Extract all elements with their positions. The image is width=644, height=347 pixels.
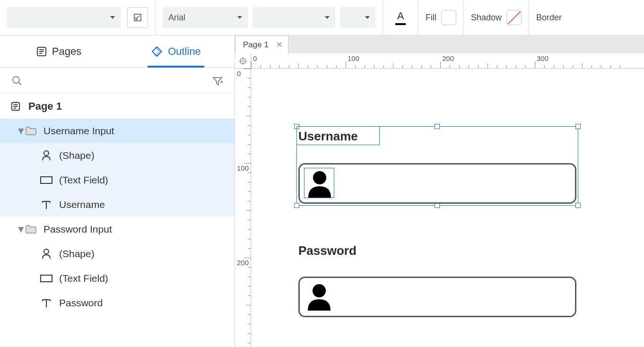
svg-rect-12: [41, 177, 52, 183]
tab-outline-label: Outline: [168, 45, 201, 58]
tree-item-shape[interactable]: (Shape): [0, 242, 235, 266]
resize-handle-ne[interactable]: [575, 124, 581, 129]
left-panel: Pages Outline Page 1 ▼ Username Input: [0, 35, 235, 347]
tree-item-text[interactable]: Username: [0, 192, 235, 217]
ruler-horizontal[interactable]: 0100200300: [251, 53, 644, 69]
svg-point-11: [44, 151, 49, 156]
tree-item-label: Username: [59, 199, 105, 210]
person-icon: [40, 248, 52, 260]
chevron-down-icon: [325, 16, 330, 19]
canvas-label-username[interactable]: Username: [298, 129, 358, 144]
main-area: Pages Outline Page 1 ▼ Username Input: [0, 35, 644, 347]
shadow-label: Shadow: [471, 13, 502, 23]
caret-down-icon: ▼: [16, 224, 21, 235]
outline-search-row: [0, 68, 235, 94]
tree-group-username[interactable]: ▼ Username Input: [0, 119, 235, 143]
text-icon: [40, 297, 52, 309]
canvas-shape-username[interactable]: [304, 168, 334, 198]
text-color-button[interactable]: A: [390, 7, 411, 28]
style-dropdown[interactable]: [7, 7, 121, 28]
tree-group-label: Password Input: [44, 224, 112, 235]
font-family-value: Arial: [168, 13, 185, 23]
folder-icon: [25, 125, 37, 137]
outline-icon: [151, 45, 163, 58]
person-icon: [40, 149, 52, 162]
search-icon[interactable]: [11, 75, 23, 87]
border-label: Border: [536, 13, 562, 23]
ruler-vertical[interactable]: 0100200: [235, 69, 251, 347]
filter-icon[interactable]: [212, 75, 223, 87]
tree-item-label: (Text Field): [59, 174, 108, 186]
font-weight-dropdown[interactable]: [252, 7, 335, 28]
resize-handle-se[interactable]: [575, 203, 581, 208]
tree-group-password[interactable]: ▼ Password Input: [0, 217, 235, 242]
page-icon: [9, 100, 22, 113]
chevron-down-icon: [110, 16, 115, 19]
textfield-icon: [40, 174, 52, 186]
canvas-area: Page 1 ✕ 0100200300 0100200 Username: [235, 35, 644, 347]
person-icon: [305, 168, 335, 199]
text-icon: [40, 199, 52, 211]
panel-tabs: Pages Outline: [0, 35, 235, 68]
font-family-dropdown[interactable]: Arial: [163, 7, 248, 28]
tree-root-label: Page 1: [28, 100, 62, 113]
tree-item-textfield[interactable]: (Text Field): [0, 168, 235, 192]
svg-point-13: [44, 249, 49, 254]
svg-point-18: [313, 171, 326, 184]
resize-handle-sw[interactable]: [294, 203, 299, 208]
resize-handle-n[interactable]: [435, 124, 440, 129]
document-tabs: Page 1 ✕: [235, 35, 644, 53]
ruler-origin[interactable]: [235, 53, 251, 69]
tree-item-label: (Shape): [59, 248, 95, 260]
tab-outline[interactable]: Outline: [117, 35, 235, 67]
fill-color-swatch[interactable]: [441, 10, 456, 25]
page-icon: [36, 46, 47, 57]
fill-label: Fill: [426, 13, 436, 23]
tree-root-page[interactable]: Page 1: [0, 94, 235, 119]
canvas-label-password[interactable]: Password: [298, 243, 357, 258]
tree-item-text[interactable]: Password: [0, 291, 235, 315]
svg-line-6: [18, 82, 21, 85]
tree-item-label: (Text Field): [59, 273, 108, 284]
textfield-icon: [40, 272, 52, 285]
font-size-dropdown[interactable]: [340, 7, 375, 28]
chevron-down-icon: [365, 16, 370, 19]
tree-item-label: Password: [59, 297, 103, 309]
outline-tree: Page 1 ▼ Username Input (Shape) (Text Fi…: [0, 94, 235, 347]
tree-group-label: Username Input: [44, 125, 114, 137]
caret-down-icon: ▼: [16, 125, 21, 137]
tab-pages[interactable]: Pages: [0, 35, 117, 67]
document-tab-label: Page 1: [243, 40, 269, 50]
tree-item-textfield[interactable]: (Text Field): [0, 266, 235, 291]
tab-pages-label: Pages: [52, 45, 81, 58]
person-icon: [304, 281, 334, 312]
canvas-textfield-password[interactable]: [298, 277, 576, 317]
svg-rect-14: [41, 275, 52, 282]
canvas[interactable]: Username Password: [251, 69, 644, 347]
close-icon[interactable]: ✕: [276, 40, 282, 49]
svg-point-19: [313, 284, 326, 297]
svg-point-5: [13, 77, 19, 83]
toolbar: Arial A Fill Shadow Border: [0, 0, 644, 35]
folder-icon: [25, 223, 37, 235]
edit-style-button[interactable]: [127, 7, 148, 28]
tree-item-shape[interactable]: (Shape): [0, 143, 235, 168]
canvas-shape-password[interactable]: [304, 281, 334, 312]
chevron-down-icon: [237, 16, 242, 19]
shadow-color-swatch[interactable]: [506, 10, 522, 25]
document-tab-page1[interactable]: Page 1 ✕: [235, 35, 288, 53]
canvas-textfield-username[interactable]: [298, 163, 576, 204]
tree-item-label: (Shape): [59, 150, 95, 161]
